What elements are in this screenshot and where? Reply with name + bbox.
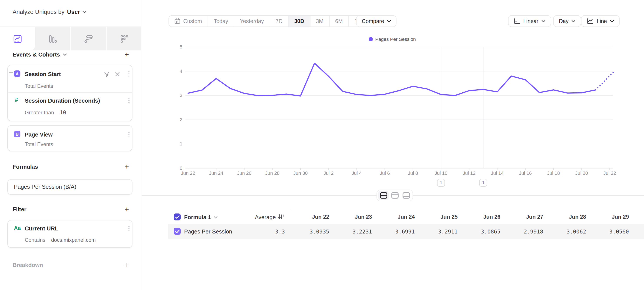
range-label: 3M (316, 18, 324, 24)
column-header-jun-22[interactable]: Jun 22 (290, 214, 329, 220)
annotation-marker[interactable]: 1 (480, 179, 487, 186)
column-header-jun-23[interactable]: Jun 23 (333, 214, 372, 220)
filter-property-title[interactable]: Current URL (25, 225, 58, 232)
column-header-jun-29[interactable]: Jun 29 (590, 214, 629, 220)
condition-value[interactable]: docs.mixpanel.com (51, 237, 96, 243)
events-cohorts-label: Events & Cohorts (12, 51, 60, 58)
y-axis-tick-label: 5 (180, 44, 182, 50)
view-toggle-split[interactable] (378, 191, 389, 200)
report-main-panel: CustomTodayYesterday7D30D3M6M12M Compare… (141, 0, 644, 290)
drag-handle-icon[interactable] (9, 72, 13, 77)
property-condition[interactable]: Greater than 10 (25, 110, 66, 116)
range-30d[interactable]: 30D (288, 16, 310, 27)
event-badge-b: B (14, 131, 20, 137)
condition-value[interactable]: 10 (60, 110, 66, 116)
chart-type-label: Line (597, 18, 607, 24)
annotation-marker[interactable]: 1 (437, 179, 445, 186)
card-divider (8, 92, 132, 93)
x-axis-tick-label: Jul 16 (519, 170, 532, 176)
insights-report-page: Analyze Uniques by User (0, 0, 644, 290)
cell-jun-28: 3.0062 (547, 228, 586, 235)
event-aggregation[interactable]: Total Events (25, 141, 53, 147)
view-toggle-chart[interactable] (390, 191, 400, 200)
range-custom[interactable]: Custom (169, 16, 208, 27)
filter-label: Filter (12, 206, 26, 213)
tab-insights[interactable] (0, 27, 35, 51)
event-title[interactable]: Page View (25, 131, 52, 138)
tab-funnels[interactable] (35, 27, 70, 51)
x-axis-tick-label: Jun 26 (237, 170, 252, 176)
view-toggle-table[interactable] (401, 191, 411, 200)
events-cohorts-heading[interactable]: Events & Cohorts (12, 51, 67, 58)
formula-card[interactable]: Pages Per Session (B/A) (8, 179, 132, 195)
event-card-page-view[interactable]: B Page View Total Events (8, 125, 132, 151)
formula-expression[interactable]: Pages Per Session (B/A) (14, 180, 76, 194)
scale-dropdown[interactable]: Linear (508, 15, 551, 27)
add-breakdown-button[interactable]: + (123, 262, 130, 269)
column-header-jun-26[interactable]: Jun 26 (462, 214, 500, 220)
x-axis-tick-label: Jul 4 (352, 170, 362, 176)
add-event-button[interactable]: + (123, 51, 130, 58)
condition-operator[interactable]: Greater than (25, 110, 54, 116)
select-all-checkbox[interactable] (174, 213, 181, 220)
range-label: 30D (294, 18, 304, 24)
formulas-label: Formulas (12, 163, 38, 170)
y-axis-tick-label: 3 (180, 93, 182, 98)
y-axis-tick-label: 0 (180, 165, 182, 171)
interval-dropdown[interactable]: Day (553, 15, 581, 27)
range-label: 7D (276, 18, 282, 24)
svg-text:1: 1 (440, 180, 442, 185)
row-checkbox[interactable] (174, 228, 181, 235)
analyze-mode-dropdown[interactable]: User (67, 9, 80, 15)
y-axis-tick-label: 4 (180, 69, 182, 74)
chevron-down-icon (610, 20, 614, 22)
cell-jun-25: 3.2911 (418, 228, 458, 235)
tab-retention[interactable] (106, 27, 142, 51)
event-aggregation[interactable]: Total Events (25, 83, 53, 89)
column-header-jun-27[interactable]: Jun 27 (504, 214, 543, 220)
report-type-tabs (0, 27, 141, 51)
compare-button[interactable]: Compare (356, 15, 397, 27)
cell-jun-22: 3.0935 (290, 228, 329, 235)
filter-funnel-icon[interactable] (104, 72, 110, 77)
linear-axis-icon (514, 18, 520, 24)
filter-card-current-url[interactable]: Aa Current URL Contains docs.mixpanel.co… (8, 220, 132, 248)
range-3m[interactable]: 3M (310, 16, 329, 27)
chevron-down-icon (387, 20, 391, 22)
chart-type-dropdown[interactable]: Line (581, 15, 620, 27)
property-title[interactable]: Session Duration (Seconds) (25, 97, 100, 104)
interval-label: Day (559, 18, 568, 24)
view-toggle-group (376, 190, 413, 201)
tab-flows[interactable] (70, 27, 106, 51)
filter-condition[interactable]: Contains docs.mixpanel.com (25, 237, 96, 243)
chevron-down-icon (83, 11, 87, 13)
column-header-jun-25[interactable]: Jun 25 (418, 214, 458, 220)
event-title[interactable]: Session Start (25, 71, 61, 77)
range-today[interactable]: Today (208, 16, 234, 27)
add-formula-button[interactable]: + (123, 163, 130, 170)
cell-jun-26: 3.0865 (462, 228, 500, 235)
column-header-jun-24[interactable]: Jun 24 (376, 214, 415, 220)
kebab-menu-icon[interactable] (126, 97, 132, 104)
x-axis-tick-label: Jun 28 (265, 170, 280, 176)
range-6m[interactable]: 6M (329, 16, 348, 27)
event-card-session-start[interactable]: A Session Start Total Events # Session D… (8, 65, 132, 121)
remove-event-icon[interactable] (115, 72, 120, 77)
x-axis-tick-label: Jul 10 (435, 170, 448, 176)
kebab-menu-icon[interactable] (126, 132, 132, 138)
range-yesterday[interactable]: Yesterday (234, 16, 270, 27)
kebab-menu-icon[interactable] (126, 226, 132, 232)
average-column-header[interactable]: Average (210, 214, 276, 220)
retention-dots-icon (120, 35, 128, 43)
sort-descending-icon[interactable] (278, 214, 284, 220)
column-header-jun-28[interactable]: Jun 28 (547, 214, 586, 220)
cell-jun-24: 3.6991 (376, 228, 415, 235)
add-filter-button[interactable]: + (123, 206, 130, 213)
date-range-control: CustomTodayYesterday7D30D3M6M12M (168, 15, 371, 27)
kebab-menu-icon[interactable] (126, 71, 132, 77)
analyze-header: Analyze Uniques by User (0, 0, 141, 27)
range-7d[interactable]: 7D (270, 16, 288, 27)
event-badge-a: A (14, 70, 20, 77)
condition-operator[interactable]: Contains (25, 237, 46, 243)
line-chart[interactable]: 01234511Jun 22Jun 24Jun 26Jun 28Jun 30Ju… (141, 37, 644, 194)
